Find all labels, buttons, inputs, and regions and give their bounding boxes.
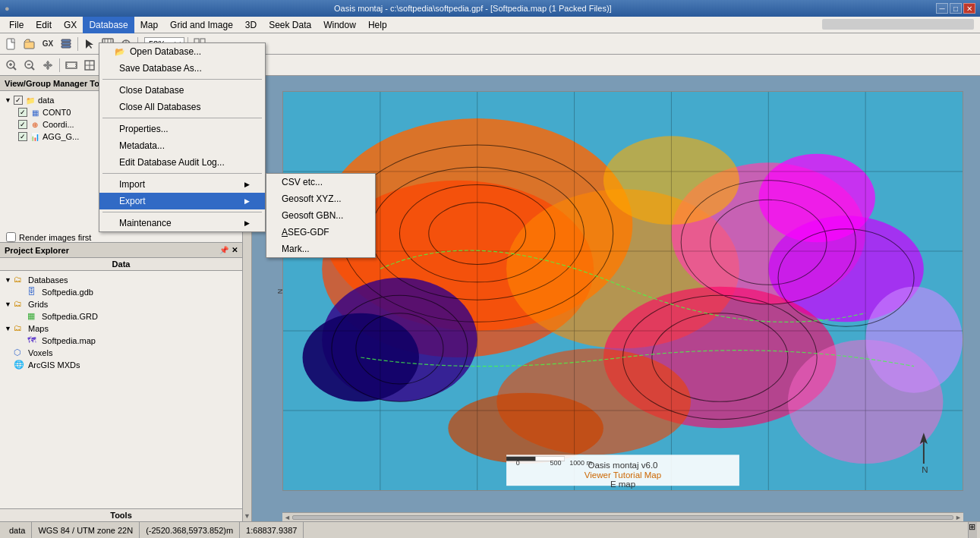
arcgis-icon: 🌐 [14,360,26,370]
menu-properties[interactable]: Properties... [99,121,265,137]
pe-grids[interactable]: ▼ 🗂 Grids [3,298,239,310]
submenu-aseg[interactable]: ASEG-GDF [266,224,375,241]
menu-close-all[interactable]: Close All Databases [99,99,265,115]
root-checkbox[interactable]: ✓ [14,96,23,105]
select-btn[interactable] [81,36,98,52]
export-submenu: CSV etc... Geosoft XYZ... Geosoft GBN...… [266,173,376,258]
maximize-button[interactable]: □ [950,3,962,14]
coord-icon: ⊕ [30,119,40,130]
sep4 [59,58,60,72]
svg-text:Viewer Tutorial Map: Viewer Tutorial Map [585,470,661,479]
tree-item-coord-label: Coordi... [43,120,74,129]
map-svg: Oasis montaj v6.0 Viewer Tutorial Map E … [283,92,963,490]
svg-text:E map: E map [610,480,635,489]
menu-help[interactable]: Help [362,17,393,33]
menu-grid-image[interactable]: Grid and Image [164,17,239,33]
menu-maintenance[interactable]: Maintenance ▶ [99,215,265,231]
status-projection: WGS 84 / UTM zone 22N [32,522,140,538]
h-scrollbar[interactable]: ◄ ► [282,512,963,521]
menu-edit-audit[interactable]: Edit Database Audit Log... [99,154,265,171]
svg-text:1000 m: 1000 m [569,460,592,467]
tree-item-cont-label: CONT0 [43,108,71,117]
sep1 [77,37,78,51]
menu-export[interactable]: Export ▶ [99,193,265,209]
scroll-right[interactable]: ► [955,514,962,521]
sep-4 [102,212,262,212]
pe-tools-tab[interactable]: Tools [0,508,242,521]
menu-file[interactable]: File [3,17,30,33]
menu-open-database[interactable]: 📂Open Database... [99,43,265,60]
menu-gx[interactable]: GX [58,17,83,33]
pan-btn[interactable] [39,57,56,74]
voxel-icon: ⬡ [14,348,26,358]
scroll-down[interactable]: ▼ [244,512,251,520]
new-btn[interactable] [3,36,20,52]
submenu-csv[interactable]: CSV etc... [266,174,375,190]
pe-data-tab[interactable]: Data [0,258,242,271]
map-canvas: Oasis montaj v6.0 Viewer Tutorial Map E … [282,91,963,491]
zoom-out-btn[interactable] [21,57,38,74]
menu-map[interactable]: Map [134,17,164,33]
pe-tree: ▼ 🗂 Databases 🗄 Softpedia.gdb ▼ 🗂 Grids [0,271,242,508]
pe-databases[interactable]: ▼ 🗂 Databases [3,274,239,286]
status-bar: data WGS 84 / UTM zone 22N (-2520.368,59… [0,521,980,538]
menu-save-database-as[interactable]: Save Database As... [99,60,265,77]
menu-seek-data[interactable]: Seek Data [263,17,317,33]
close-button[interactable]: ✕ [963,3,975,14]
scroll-left[interactable]: ◄ [284,514,291,521]
pe-softpedia-map[interactable]: 🗺 Softpedia.map [3,335,239,347]
menu-database[interactable]: Database [83,17,134,33]
svg-point-51 [865,287,963,393]
menu-window[interactable]: Window [317,17,362,33]
fit-page-btn[interactable] [81,57,98,74]
submenu-mark[interactable]: Mark... [266,241,375,257]
cont-checkbox[interactable]: ✓ [18,108,27,117]
status-data: data [3,522,32,538]
coord-checkbox[interactable]: ✓ [18,120,27,129]
agg-checkbox[interactable]: ✓ [18,132,27,141]
svg-rect-3 [61,42,71,45]
svg-rect-25 [66,62,77,68]
agg-icon: 📊 [30,131,40,142]
view-group-title: View/Group Manager To... [5,79,106,88]
grid-icon: ▦ [27,311,39,322]
gx-btn[interactable]: GX [39,36,56,52]
menu-close-database[interactable]: Close Database [99,82,265,99]
pe-maps[interactable]: ▼ 🗂 Maps [3,322,239,335]
menu-bar: File Edit GX Database Map Grid and Image… [0,17,980,33]
minimize-button[interactable]: ─ [936,3,948,14]
title-text: Oasis montaj - c:\softpedia\softpedia.gp… [10,4,936,13]
fit-width-btn[interactable] [63,57,80,74]
open-btn[interactable] [21,36,38,52]
pe-softpedia-grd[interactable]: ▦ Softpedia.GRD [3,310,239,322]
db-folder-icon: 🗂 [14,275,26,285]
submenu-geosoft-gbn[interactable]: Geosoft GBN... [266,207,375,224]
pe-softpedia-gdb[interactable]: 🗄 Softpedia.gdb [3,286,239,298]
render-images-row: Render images first [3,231,239,243]
svg-text:500: 500 [550,460,562,467]
export-arrow: ▶ [244,197,250,205]
pe-maps-label: Maps [28,324,49,333]
pe-grids-label: Grids [28,300,48,309]
title-buttons: ─ □ ✕ [936,3,975,14]
db-btn[interactable] [58,36,74,52]
database-menu: 📂Open Database... Save Database As... Cl… [99,42,266,232]
pe-pin-btn[interactable]: 📌 [219,246,228,254]
menu-3d[interactable]: 3D [239,17,263,33]
submenu-geosoft-xyz[interactable]: Geosoft XYZ... [266,190,375,207]
menu-import[interactable]: Import ▶ [99,176,265,193]
pe-voxels[interactable]: ⬡ Voxels [3,347,239,359]
pe-close-btn[interactable]: ✕ [232,246,238,254]
svg-rect-1 [24,42,34,49]
menu-metadata[interactable]: Metadata... [99,137,265,154]
zoom-in-btn[interactable] [3,57,20,74]
pe-arcgis[interactable]: 🌐 ArcGIS MXDs [3,359,239,371]
menu-edit[interactable]: Edit [30,17,58,33]
pe-softpedia-map-label: Softpedia.map [42,336,96,345]
db-icon: 🗄 [27,287,39,297]
sep-1 [102,79,262,80]
svg-rect-2 [61,39,71,42]
grid-expand: ▼ [5,300,14,308]
svg-point-50 [759,154,875,243]
render-images-checkbox[interactable] [6,232,16,242]
